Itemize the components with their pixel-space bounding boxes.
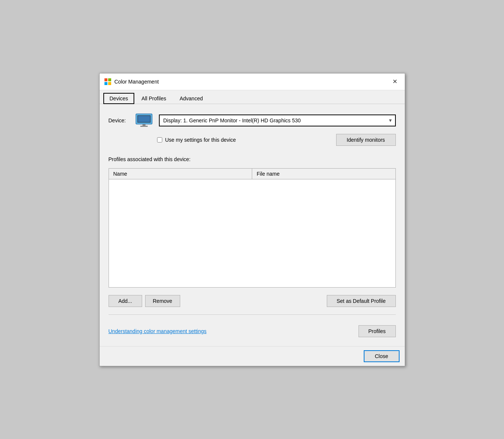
- profiles-table: Name File name: [109, 168, 396, 288]
- footer: Close: [100, 346, 405, 366]
- tab-devices[interactable]: Devices: [103, 93, 135, 104]
- tab-advanced[interactable]: Advanced: [173, 93, 209, 104]
- table-body: [109, 179, 395, 284]
- device-row: Device: Display: 1. Generic PnP Monitor …: [109, 113, 396, 128]
- use-settings-label[interactable]: Use my settings for this device: [165, 137, 236, 143]
- svg-rect-2: [104, 82, 107, 85]
- close-button[interactable]: Close: [364, 350, 400, 362]
- profiles-button[interactable]: Profiles: [359, 325, 396, 337]
- svg-rect-3: [108, 82, 111, 85]
- checkbox-row: Use my settings for this device: [157, 137, 236, 143]
- use-settings-checkbox[interactable]: [157, 137, 162, 142]
- divider: [109, 314, 396, 315]
- svg-rect-1: [108, 78, 111, 81]
- window-close-button[interactable]: ✕: [390, 76, 400, 87]
- device-label: Device:: [109, 117, 129, 123]
- svg-rect-0: [104, 78, 107, 81]
- svg-rect-7: [140, 126, 148, 127]
- tab-all-profiles[interactable]: All Profiles: [135, 93, 172, 104]
- bottom-row: Understanding color management settings …: [109, 322, 396, 339]
- tab-content-devices: Device: Display: 1. Generic PnP Monitor …: [100, 104, 405, 346]
- add-button[interactable]: Add...: [109, 295, 142, 307]
- device-select[interactable]: Display: 1. Generic PnP Monitor - Intel(…: [159, 115, 396, 126]
- table-header: Name File name: [109, 169, 395, 179]
- app-icon: [104, 78, 112, 85]
- svg-rect-9: [138, 116, 150, 122]
- title-bar: Color Management ✕: [100, 73, 405, 90]
- understanding-link[interactable]: Understanding color management settings: [109, 328, 207, 334]
- column-header-name: Name: [109, 169, 253, 179]
- set-default-profile-button[interactable]: Set as Default Profile: [327, 295, 396, 307]
- device-select-wrapper: Display: 1. Generic PnP Monitor - Intel(…: [159, 115, 396, 126]
- column-header-filename: File name: [252, 169, 395, 179]
- action-button-row: Add... Remove Set as Default Profile: [109, 295, 396, 307]
- window-title: Color Management: [115, 79, 159, 85]
- color-management-window: Color Management ✕ Devices All Profiles …: [99, 73, 405, 366]
- tab-bar: Devices All Profiles Advanced: [100, 90, 405, 104]
- monitor-icon: [135, 113, 153, 128]
- identify-monitors-button[interactable]: Identify monitors: [336, 134, 396, 146]
- settings-row: Use my settings for this device Identify…: [157, 134, 396, 146]
- profiles-section-label: Profiles associated with this device:: [109, 156, 396, 162]
- title-bar-left: Color Management: [104, 78, 159, 85]
- remove-button[interactable]: Remove: [145, 295, 180, 307]
